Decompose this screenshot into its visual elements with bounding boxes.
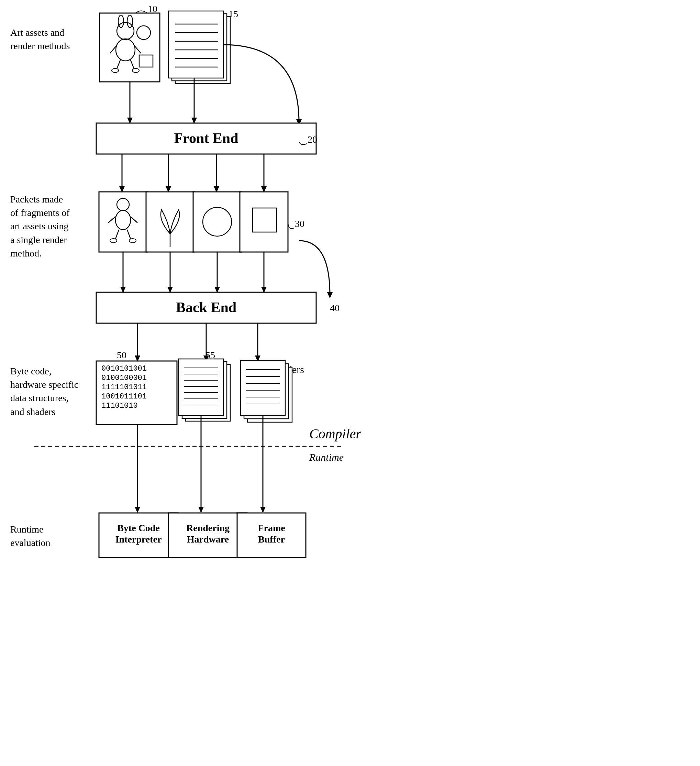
svg-marker-121 bbox=[280, 533, 286, 538]
svg-text:11101010: 11101010 bbox=[101, 402, 138, 410]
svg-text:Rendering: Rendering bbox=[186, 522, 229, 533]
svg-marker-73 bbox=[255, 356, 261, 362]
svg-text:Buffer: Buffer bbox=[258, 534, 285, 544]
svg-marker-64 bbox=[327, 292, 333, 298]
svg-rect-74 bbox=[96, 361, 177, 424]
diagram-svg: 10 15 Front End 20 bbox=[0, 0, 700, 766]
svg-marker-28 bbox=[296, 119, 302, 125]
svg-rect-40 bbox=[99, 192, 147, 252]
svg-rect-54 bbox=[253, 208, 277, 232]
byte-code-label: Byte code, hardware specific data struct… bbox=[10, 364, 86, 418]
svg-text:60: 60 bbox=[272, 385, 281, 396]
svg-point-2 bbox=[118, 15, 124, 27]
svg-marker-59 bbox=[167, 287, 173, 293]
svg-text:Back End: Back End bbox=[176, 299, 236, 315]
svg-point-11 bbox=[137, 26, 150, 40]
svg-point-47 bbox=[110, 239, 117, 243]
svg-text:Runtime: Runtime bbox=[309, 451, 344, 463]
svg-point-41 bbox=[117, 198, 129, 211]
svg-point-3 bbox=[127, 15, 133, 27]
svg-point-42 bbox=[115, 210, 131, 229]
runtime-eval-label: Runtime evaluation bbox=[10, 522, 72, 549]
svg-text:Compiler: Compiler bbox=[309, 426, 362, 442]
svg-marker-33 bbox=[119, 186, 125, 193]
svg-line-8 bbox=[131, 60, 134, 69]
svg-text:0100100001: 0100100001 bbox=[101, 374, 147, 382]
svg-line-44 bbox=[131, 217, 137, 223]
svg-point-9 bbox=[112, 68, 119, 73]
art-assets-label: Art assets and render methods bbox=[10, 26, 79, 52]
svg-marker-61 bbox=[215, 287, 220, 293]
svg-point-4 bbox=[116, 39, 135, 61]
svg-text:30: 30 bbox=[295, 218, 305, 229]
svg-text:Hardware: Hardware bbox=[187, 534, 229, 544]
svg-rect-29 bbox=[96, 123, 316, 154]
svg-rect-94 bbox=[247, 367, 292, 422]
svg-point-1 bbox=[117, 22, 134, 40]
svg-text:Shaders: Shaders bbox=[272, 364, 304, 375]
svg-marker-111 bbox=[260, 507, 265, 513]
svg-marker-107 bbox=[135, 507, 140, 513]
svg-rect-53 bbox=[240, 192, 288, 252]
svg-marker-63 bbox=[261, 287, 267, 293]
svg-rect-122 bbox=[237, 513, 306, 558]
svg-rect-14 bbox=[175, 16, 230, 84]
svg-text:Byte Code: Byte Code bbox=[117, 522, 160, 533]
svg-line-7 bbox=[117, 60, 120, 69]
svg-line-5 bbox=[110, 46, 116, 53]
svg-marker-57 bbox=[120, 287, 126, 293]
packets-label: Packets made of fragments of art assets … bbox=[10, 193, 86, 260]
svg-marker-71 bbox=[204, 356, 209, 362]
svg-point-48 bbox=[129, 239, 136, 243]
svg-text:40: 40 bbox=[330, 302, 340, 313]
svg-text:1001011101: 1001011101 bbox=[101, 392, 147, 401]
svg-rect-84 bbox=[179, 359, 223, 416]
svg-rect-96 bbox=[240, 360, 285, 415]
svg-text:10: 10 bbox=[148, 3, 157, 14]
svg-rect-49 bbox=[146, 192, 194, 252]
svg-marker-109 bbox=[198, 507, 204, 513]
svg-text:50: 50 bbox=[117, 350, 126, 360]
svg-rect-65 bbox=[96, 292, 316, 323]
svg-text:1111101011: 1111101011 bbox=[101, 383, 147, 392]
diagram-container: 10 15 Front End 20 bbox=[0, 0, 700, 766]
svg-line-43 bbox=[108, 217, 115, 223]
svg-text:Frame: Frame bbox=[258, 522, 285, 533]
svg-rect-0 bbox=[100, 13, 160, 82]
svg-text:0010101001: 0010101001 bbox=[101, 364, 147, 373]
svg-rect-15 bbox=[172, 14, 227, 81]
svg-marker-69 bbox=[135, 356, 140, 362]
svg-marker-35 bbox=[166, 186, 171, 193]
svg-rect-95 bbox=[244, 364, 289, 419]
svg-marker-25 bbox=[127, 117, 133, 124]
svg-rect-117 bbox=[168, 513, 247, 558]
svg-marker-39 bbox=[261, 186, 267, 193]
svg-rect-112 bbox=[99, 513, 178, 558]
svg-rect-12 bbox=[139, 55, 153, 67]
svg-rect-16 bbox=[168, 11, 223, 78]
svg-line-6 bbox=[135, 46, 141, 53]
svg-line-45 bbox=[115, 229, 119, 239]
svg-marker-37 bbox=[214, 186, 219, 193]
svg-rect-83 bbox=[182, 362, 227, 418]
svg-text:Front End: Front End bbox=[174, 130, 238, 146]
svg-text:15: 15 bbox=[229, 9, 238, 19]
svg-point-52 bbox=[203, 207, 232, 236]
svg-text:Interpreter: Interpreter bbox=[115, 534, 162, 544]
svg-text:55: 55 bbox=[205, 350, 215, 360]
svg-line-46 bbox=[127, 229, 131, 239]
svg-rect-82 bbox=[186, 364, 230, 421]
svg-marker-27 bbox=[191, 117, 197, 124]
svg-point-10 bbox=[132, 68, 139, 73]
svg-text:20: 20 bbox=[308, 134, 317, 145]
svg-marker-116 bbox=[211, 533, 217, 538]
svg-rect-51 bbox=[193, 192, 241, 252]
